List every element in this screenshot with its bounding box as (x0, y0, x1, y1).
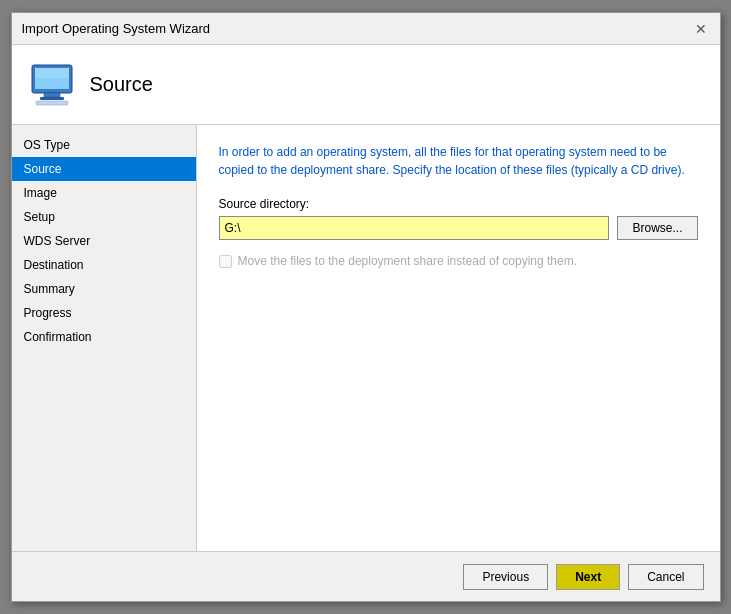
move-files-row: Move the files to the deployment share i… (219, 254, 698, 268)
wizard-footer: Previous Next Cancel (12, 551, 720, 601)
sidebar: OS Type Source Image Setup WDS Server De… (12, 125, 197, 551)
sidebar-item-destination[interactable]: Destination (12, 253, 196, 277)
wizard-header: Source (12, 45, 720, 125)
content-area: In order to add an operating system, all… (197, 125, 720, 551)
sidebar-item-image[interactable]: Image (12, 181, 196, 205)
sidebar-item-setup[interactable]: Setup (12, 205, 196, 229)
move-files-label: Move the files to the deployment share i… (238, 254, 578, 268)
source-directory-input[interactable] (219, 216, 610, 240)
next-button[interactable]: Next (556, 564, 620, 590)
move-files-checkbox (219, 255, 232, 268)
sidebar-item-confirmation[interactable]: Confirmation (12, 325, 196, 349)
close-button[interactable]: ✕ (692, 20, 710, 38)
sidebar-item-summary[interactable]: Summary (12, 277, 196, 301)
svg-rect-3 (44, 93, 60, 97)
cancel-button[interactable]: Cancel (628, 564, 703, 590)
source-directory-label: Source directory: (219, 197, 698, 211)
sidebar-item-os-type[interactable]: OS Type (12, 133, 196, 157)
browse-button[interactable]: Browse... (617, 216, 697, 240)
sidebar-item-source[interactable]: Source (12, 157, 196, 181)
sidebar-item-progress[interactable]: Progress (12, 301, 196, 325)
title-bar: Import Operating System Wizard ✕ (12, 13, 720, 45)
window-title: Import Operating System Wizard (22, 21, 211, 36)
source-form: Source directory: Browse... Move the fil… (219, 197, 698, 268)
description-text: In order to add an operating system, all… (219, 143, 698, 179)
main-area: OS Type Source Image Setup WDS Server De… (12, 125, 720, 551)
svg-rect-4 (40, 97, 64, 100)
svg-rect-5 (36, 101, 68, 105)
previous-button[interactable]: Previous (463, 564, 548, 590)
header-icon (28, 61, 76, 109)
source-input-row: Browse... (219, 216, 698, 240)
computer-svg (28, 61, 76, 109)
wizard-window: Import Operating System Wizard ✕ Source (11, 12, 721, 602)
sidebar-item-wds-server[interactable]: WDS Server (12, 229, 196, 253)
wizard-header-title: Source (90, 73, 153, 96)
svg-rect-2 (35, 68, 69, 78)
